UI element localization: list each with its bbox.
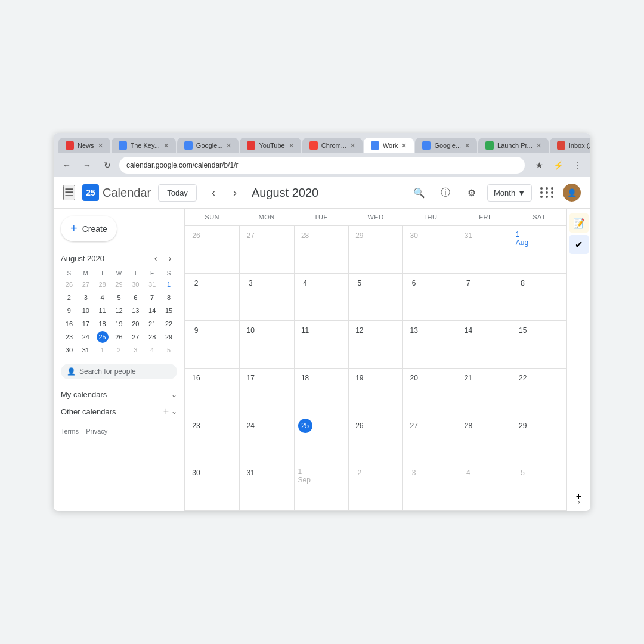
mini-next-button[interactable]: ›: [163, 251, 177, 265]
apps-button[interactable]: [537, 182, 558, 203]
calendar-cell[interactable]: 14: [457, 321, 512, 369]
mini-cal-cell[interactable]: 28: [144, 330, 160, 343]
my-calendars-section[interactable]: My calendars ⌄: [61, 386, 177, 402]
search-button[interactable]: 🔍: [408, 182, 430, 203]
calendar-cell[interactable]: 29: [512, 416, 566, 464]
mini-cal-cell[interactable]: 4: [144, 343, 160, 357]
calendar-cell[interactable]: 1 Aug: [512, 226, 566, 274]
tab-chrome1[interactable]: Chrom... ✕: [302, 138, 363, 153]
mini-cal-cell[interactable]: 29: [111, 278, 128, 291]
calendar-logo[interactable]: 25 Calendar: [82, 184, 151, 201]
calendar-cell[interactable]: 28: [295, 226, 349, 274]
calendar-cell[interactable]: 10: [240, 321, 294, 369]
tab-google1[interactable]: Google... ✕: [177, 138, 239, 153]
right-icon-2[interactable]: ✔: [569, 235, 589, 254]
mini-cal-cell[interactable]: 10: [78, 304, 94, 317]
calendar-cell[interactable]: 21: [457, 369, 512, 416]
calendar-cell[interactable]: 16: [185, 369, 240, 416]
create-button[interactable]: + Create: [61, 216, 117, 242]
tab-close-icon[interactable]: ✕: [536, 142, 541, 150]
calendar-cell[interactable]: 26: [185, 226, 240, 274]
calendar-cell[interactable]: 11: [295, 321, 349, 369]
calendar-cell[interactable]: 6: [403, 274, 457, 321]
mini-cal-cell[interactable]: 13: [127, 304, 144, 317]
right-icon-1[interactable]: 📝: [569, 213, 589, 233]
bookmark-button[interactable]: ★: [531, 157, 547, 174]
view-selector[interactable]: Month ▼: [487, 184, 532, 202]
calendar-cell[interactable]: 7: [457, 274, 512, 321]
mini-cal-cell[interactable]: 8: [160, 291, 177, 304]
tab-close-icon[interactable]: ✕: [401, 142, 407, 150]
mini-cal-cell[interactable]: 30: [61, 343, 78, 357]
avatar[interactable]: 👤: [563, 184, 581, 202]
other-calendars-section[interactable]: Other calendars + ⌄: [61, 402, 177, 420]
prev-month-button[interactable]: ‹: [204, 183, 223, 202]
mini-cal-cell[interactable]: 16: [61, 317, 78, 330]
mini-cal-cell[interactable]: 27: [127, 330, 144, 343]
calendar-cell[interactable]: 15: [512, 321, 566, 369]
mini-cal-cell[interactable]: 24: [78, 330, 94, 343]
calendar-cell[interactable]: 8: [512, 274, 566, 321]
terms-link[interactable]: Terms: [61, 428, 79, 435]
mini-cal-cell[interactable]: 15: [160, 304, 177, 317]
calendar-cell[interactable]: 17: [240, 369, 294, 416]
calendar-cell[interactable]: 27: [403, 416, 457, 464]
calendar-cell[interactable]: 22: [512, 369, 566, 416]
reload-button[interactable]: ↻: [99, 157, 116, 174]
tab-inbox[interactable]: Inbox (1... ✕: [550, 138, 590, 153]
mini-cal-cell[interactable]: 6: [127, 291, 144, 304]
calendar-cell[interactable]: 13: [403, 321, 457, 369]
mini-cal-cell[interactable]: 5: [160, 343, 177, 357]
calendar-cell[interactable]: 20: [403, 369, 457, 416]
tab-close-icon[interactable]: ✕: [465, 142, 470, 150]
mini-cal-cell[interactable]: 21: [144, 317, 160, 330]
tab-google2[interactable]: Google... ✕: [415, 138, 477, 153]
hamburger-button[interactable]: ☰: [63, 185, 75, 200]
mini-cal-cell[interactable]: 17: [78, 317, 94, 330]
mini-cal-cell[interactable]: 25: [94, 330, 111, 343]
mini-cal-cell[interactable]: 22: [160, 317, 177, 330]
calendar-cell[interactable]: 26: [349, 416, 403, 464]
calendar-cell[interactable]: 19: [349, 369, 403, 416]
mini-cal-cell[interactable]: 23: [61, 330, 78, 343]
mini-cal-cell[interactable]: 1: [160, 278, 177, 291]
search-people[interactable]: 👤 Search for people: [61, 364, 177, 379]
calendar-cell[interactable]: 23: [185, 416, 240, 464]
calendar-cell[interactable]: 12: [349, 321, 403, 369]
calendar-cell[interactable]: 18: [295, 369, 349, 416]
mini-cal-cell[interactable]: 19: [111, 317, 128, 330]
calendar-cell[interactable]: 3: [403, 463, 457, 511]
calendar-cell[interactable]: 4: [457, 463, 512, 511]
help-button[interactable]: ⓘ: [435, 182, 456, 203]
calendar-cell[interactable]: 30: [403, 226, 457, 274]
calendar-cell[interactable]: 3: [240, 274, 294, 321]
tab-close-icon[interactable]: ✕: [98, 142, 103, 150]
mini-cal-cell[interactable]: 26: [111, 330, 128, 343]
tab-work[interactable]: Work ✕: [364, 138, 414, 153]
right-expand-icon[interactable]: ›: [578, 498, 580, 506]
forward-button[interactable]: →: [79, 157, 95, 174]
mini-cal-cell[interactable]: 1: [94, 343, 111, 357]
mini-cal-cell[interactable]: 3: [127, 343, 144, 357]
address-bar[interactable]: calendar.google.com/calendar/b/1/r: [119, 157, 525, 174]
mini-cal-cell[interactable]: 31: [78, 343, 94, 357]
tab-close-icon[interactable]: ✕: [350, 142, 355, 150]
tab-close-icon[interactable]: ✕: [163, 142, 169, 150]
tab-keys[interactable]: The Key... ✕: [112, 138, 176, 153]
calendar-cell[interactable]: 29: [349, 226, 403, 274]
today-button[interactable]: Today: [158, 184, 197, 202]
menu-button[interactable]: ⋮: [569, 157, 586, 174]
tab-close-icon[interactable]: ✕: [289, 142, 294, 150]
mini-cal-cell[interactable]: 26: [61, 278, 78, 291]
calendar-cell[interactable]: 1 Sep: [295, 463, 349, 511]
back-button[interactable]: ←: [58, 157, 75, 174]
calendar-cell[interactable]: 9: [185, 321, 240, 369]
mini-cal-cell[interactable]: 2: [61, 291, 78, 304]
calendar-cell[interactable]: 5: [349, 274, 403, 321]
calendar-cell[interactable]: 25: [295, 416, 349, 464]
mini-cal-cell[interactable]: 9: [61, 304, 78, 317]
calendar-cell[interactable]: 31: [457, 226, 512, 274]
mini-cal-cell[interactable]: 7: [144, 291, 160, 304]
mini-cal-cell[interactable]: 27: [78, 278, 94, 291]
settings-button[interactable]: ⚙: [461, 182, 482, 203]
